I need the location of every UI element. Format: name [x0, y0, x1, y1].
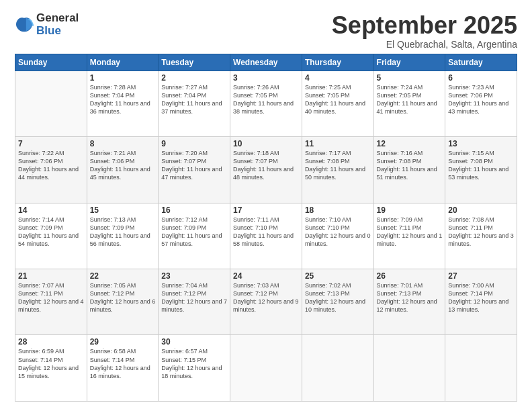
day-number: 26 [377, 271, 443, 281]
table-row: 30 Sunrise: 6:57 AMSunset: 7:15 PMDaylig… [159, 335, 230, 402]
table-row: 10 Sunrise: 7:18 AMSunset: 7:07 PMDaylig… [230, 137, 302, 203]
day-number: 29 [90, 337, 156, 347]
day-info: Sunrise: 7:04 AMSunset: 7:12 PMDaylight:… [161, 282, 227, 313]
title-block: September 2025 El Quebrachal, Salta, Arg… [332, 12, 517, 50]
logo-blue: Blue [36, 25, 79, 38]
calendar-table: Sunday Monday Tuesday Wednesday Thursday… [15, 54, 517, 402]
table-row [373, 335, 445, 402]
table-row: 19 Sunrise: 7:09 AMSunset: 7:11 PMDaylig… [373, 203, 445, 269]
table-row: 18 Sunrise: 7:10 AMSunset: 7:10 PMDaylig… [302, 203, 373, 269]
table-row: 1 Sunrise: 7:28 AMSunset: 7:04 PMDayligh… [87, 71, 159, 136]
day-number: 8 [90, 139, 156, 148]
day-number: 1 [90, 73, 156, 83]
day-number: 19 [377, 205, 443, 215]
table-row: 9 Sunrise: 7:20 AMSunset: 7:07 PMDayligh… [159, 137, 230, 203]
day-number: 2 [161, 73, 227, 83]
day-number: 20 [448, 205, 514, 215]
calendar-week-row: 14 Sunrise: 7:14 AMSunset: 7:09 PMDaylig… [15, 203, 517, 269]
day-number: 11 [305, 139, 371, 148]
calendar-week-row: 28 Sunrise: 6:59 AMSunset: 7:14 PMDaylig… [15, 335, 517, 402]
table-row: 7 Sunrise: 7:22 AMSunset: 7:06 PMDayligh… [15, 137, 87, 203]
day-info: Sunrise: 7:11 AMSunset: 7:10 PMDaylight:… [233, 216, 294, 247]
table-row: 12 Sunrise: 7:16 AMSunset: 7:08 PMDaylig… [373, 137, 445, 203]
table-row: 15 Sunrise: 7:13 AMSunset: 7:09 PMDaylig… [87, 203, 159, 269]
calendar-page: General Blue September 2025 El Quebracha… [0, 0, 532, 411]
day-info: Sunrise: 7:00 AMSunset: 7:14 PMDaylight:… [448, 282, 508, 313]
day-info: Sunrise: 7:08 AMSunset: 7:11 PMDaylight:… [448, 216, 514, 247]
table-row: 5 Sunrise: 7:24 AMSunset: 7:05 PMDayligh… [373, 71, 445, 136]
th-tuesday: Tuesday [159, 54, 230, 71]
day-info: Sunrise: 7:10 AMSunset: 7:10 PMDaylight:… [305, 216, 371, 247]
day-info: Sunrise: 7:28 AMSunset: 7:04 PMDaylight:… [90, 84, 150, 115]
table-row: 21 Sunrise: 7:07 AMSunset: 7:11 PMDaylig… [15, 269, 87, 335]
location-subtitle: El Quebrachal, Salta, Argentina [332, 39, 517, 50]
day-info: Sunrise: 7:03 AMSunset: 7:12 PMDaylight:… [233, 282, 299, 313]
day-number: 3 [233, 73, 299, 83]
month-title: September 2025 [332, 12, 517, 39]
table-row [230, 335, 302, 402]
day-info: Sunrise: 7:18 AMSunset: 7:07 PMDaylight:… [233, 150, 294, 181]
day-number: 15 [90, 205, 156, 215]
day-number: 28 [18, 337, 84, 347]
table-row: 2 Sunrise: 7:27 AMSunset: 7:04 PMDayligh… [159, 71, 230, 136]
day-number: 18 [305, 205, 371, 215]
day-info: Sunrise: 7:15 AMSunset: 7:08 PMDaylight:… [448, 150, 508, 181]
th-thursday: Thursday [302, 54, 373, 71]
day-info: Sunrise: 7:21 AMSunset: 7:06 PMDaylight:… [90, 150, 150, 181]
day-info: Sunrise: 7:12 AMSunset: 7:09 PMDaylight:… [161, 216, 222, 247]
day-info: Sunrise: 7:16 AMSunset: 7:08 PMDaylight:… [377, 150, 437, 181]
day-number: 27 [448, 271, 514, 281]
day-info: Sunrise: 7:01 AMSunset: 7:13 PMDaylight:… [377, 282, 437, 313]
table-row [302, 335, 373, 402]
table-row: 26 Sunrise: 7:01 AMSunset: 7:13 PMDaylig… [373, 269, 445, 335]
day-info: Sunrise: 7:22 AMSunset: 7:06 PMDaylight:… [18, 150, 79, 181]
table-row: 14 Sunrise: 7:14 AMSunset: 7:09 PMDaylig… [15, 203, 87, 269]
day-number: 22 [90, 271, 156, 281]
day-number: 9 [161, 139, 227, 148]
table-row: 28 Sunrise: 6:59 AMSunset: 7:14 PMDaylig… [15, 335, 87, 402]
weekday-header-row: Sunday Monday Tuesday Wednesday Thursday… [15, 54, 517, 71]
day-info: Sunrise: 7:26 AMSunset: 7:05 PMDaylight:… [233, 84, 294, 115]
day-info: Sunrise: 7:17 AMSunset: 7:08 PMDaylight:… [305, 150, 365, 181]
day-number: 30 [161, 337, 227, 347]
day-number: 13 [448, 139, 514, 148]
day-number: 4 [305, 73, 371, 83]
day-number: 7 [18, 139, 84, 148]
th-sunday: Sunday [15, 54, 87, 71]
th-monday: Monday [87, 54, 159, 71]
table-row: 25 Sunrise: 7:02 AMSunset: 7:13 PMDaylig… [302, 269, 373, 335]
th-friday: Friday [373, 54, 445, 71]
day-number: 16 [161, 205, 227, 215]
table-row: 17 Sunrise: 7:11 AMSunset: 7:10 PMDaylig… [230, 203, 302, 269]
logo-icon [15, 15, 34, 34]
table-row: 3 Sunrise: 7:26 AMSunset: 7:05 PMDayligh… [230, 71, 302, 136]
table-row: 6 Sunrise: 7:23 AMSunset: 7:06 PMDayligh… [445, 71, 517, 136]
table-row: 24 Sunrise: 7:03 AMSunset: 7:12 PMDaylig… [230, 269, 302, 335]
table-row: 16 Sunrise: 7:12 AMSunset: 7:09 PMDaylig… [159, 203, 230, 269]
table-row: 4 Sunrise: 7:25 AMSunset: 7:05 PMDayligh… [302, 71, 373, 136]
day-info: Sunrise: 7:20 AMSunset: 7:07 PMDaylight:… [161, 150, 222, 181]
calendar-week-row: 1 Sunrise: 7:28 AMSunset: 7:04 PMDayligh… [15, 71, 517, 136]
day-number: 25 [305, 271, 371, 281]
day-info: Sunrise: 6:57 AMSunset: 7:15 PMDaylight:… [161, 348, 222, 379]
day-info: Sunrise: 6:58 AMSunset: 7:14 PMDaylight:… [90, 348, 150, 379]
table-row: 8 Sunrise: 7:21 AMSunset: 7:06 PMDayligh… [87, 137, 159, 203]
logo: General Blue [15, 12, 79, 37]
day-info: Sunrise: 7:07 AMSunset: 7:11 PMDaylight:… [18, 282, 84, 313]
day-number: 12 [377, 139, 443, 148]
day-number: 6 [448, 73, 514, 83]
day-info: Sunrise: 6:59 AMSunset: 7:14 PMDaylight:… [18, 348, 79, 379]
calendar-week-row: 7 Sunrise: 7:22 AMSunset: 7:06 PMDayligh… [15, 137, 517, 203]
day-info: Sunrise: 7:24 AMSunset: 7:05 PMDaylight:… [377, 84, 437, 115]
th-wednesday: Wednesday [230, 54, 302, 71]
day-info: Sunrise: 7:09 AMSunset: 7:11 PMDaylight:… [377, 216, 443, 247]
header: General Blue September 2025 El Quebracha… [15, 12, 517, 50]
logo-general: General [36, 12, 79, 25]
table-row: 11 Sunrise: 7:17 AMSunset: 7:08 PMDaylig… [302, 137, 373, 203]
day-info: Sunrise: 7:23 AMSunset: 7:06 PMDaylight:… [448, 84, 508, 115]
day-info: Sunrise: 7:27 AMSunset: 7:04 PMDaylight:… [161, 84, 222, 115]
day-number: 17 [233, 205, 299, 215]
table-row [15, 71, 87, 136]
logo-text: General Blue [36, 12, 79, 37]
day-info: Sunrise: 7:13 AMSunset: 7:09 PMDaylight:… [90, 216, 150, 247]
